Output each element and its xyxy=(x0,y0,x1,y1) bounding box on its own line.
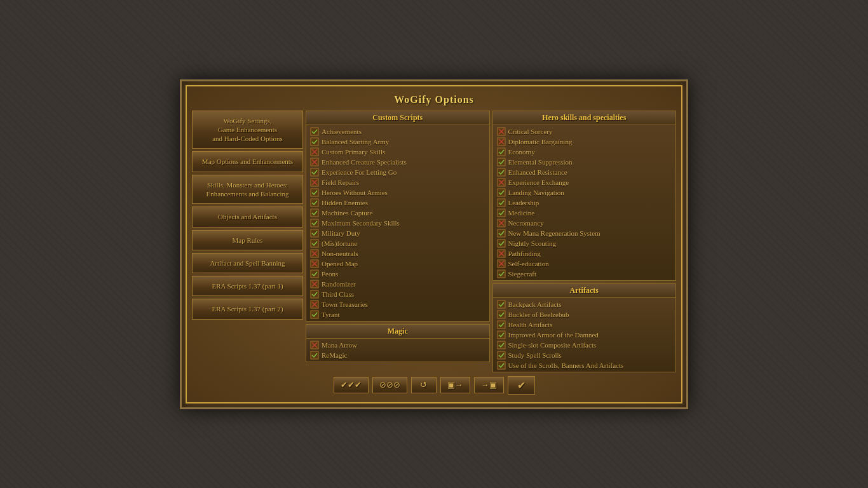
svg-rect-51 xyxy=(498,209,505,217)
svg-rect-24 xyxy=(311,270,318,278)
refresh-button[interactable]: ↺ xyxy=(411,377,437,393)
check-item[interactable]: (Mis)fortune xyxy=(309,238,487,248)
uncheck-all-button[interactable]: ⊘⊘⊘ xyxy=(372,377,407,393)
sidebar-btn-era1[interactable]: ERA Scripts 1.37 (part 1) xyxy=(192,276,303,296)
check-label: Single-slot Composite Artifacts xyxy=(508,341,597,349)
check-item[interactable]: Diplomatic Bargaining xyxy=(496,137,674,147)
checked-icon xyxy=(310,310,319,319)
check-label: Self-education xyxy=(508,260,549,268)
sidebar-btn-map-rules[interactable]: Map Rules xyxy=(192,230,303,250)
svg-rect-16 xyxy=(311,229,318,237)
crossed-icon xyxy=(310,341,319,349)
svg-rect-43 xyxy=(498,148,505,156)
checked-icon xyxy=(310,208,319,217)
check-item[interactable]: Enhanced Resistance xyxy=(496,167,674,177)
checked-icon xyxy=(310,269,319,278)
check-item[interactable]: Randomizer xyxy=(309,279,487,289)
check-label: Economy xyxy=(508,148,535,156)
check-label: Peons xyxy=(322,270,338,278)
check-item[interactable]: Study Spell Scrolls xyxy=(496,350,674,360)
check-item[interactable]: Mana Arrow xyxy=(309,340,487,350)
check-item[interactable]: Landing Navigation xyxy=(496,187,674,198)
check-label: Study Spell Scrolls xyxy=(508,351,562,359)
svg-rect-56 xyxy=(498,240,505,247)
check-item[interactable]: Hidden Enemies xyxy=(309,198,487,208)
check-item[interactable]: Improved Armor of the Damned xyxy=(496,330,674,340)
check-item[interactable]: Use of the Scrolls, Banners And Artifact… xyxy=(496,360,674,370)
check-label: Heroes Without Armies xyxy=(322,189,388,196)
check-item[interactable]: Balanced Starting Army xyxy=(309,137,487,147)
checked-icon xyxy=(310,239,319,248)
export-button[interactable]: ▣→ xyxy=(440,377,470,393)
check-item[interactable]: Experience For Letting Go xyxy=(309,167,487,177)
check-label: Improved Armor of the Damned xyxy=(508,331,599,339)
check-item[interactable]: Critical Sorcery xyxy=(496,126,674,137)
check-item[interactable]: Nightly Scouting xyxy=(496,238,674,248)
check-label: Maximum Secondary Skills xyxy=(322,219,400,227)
check-label: ReMagic xyxy=(322,351,347,359)
svg-rect-8 xyxy=(311,168,318,176)
check-item[interactable]: Elemental Suppression xyxy=(496,157,674,167)
checked-icon xyxy=(497,229,506,238)
window-title: WoGify Options xyxy=(192,92,676,111)
crossed-icon xyxy=(310,259,319,268)
svg-rect-49 xyxy=(498,189,505,196)
checked-icon xyxy=(310,127,319,136)
check-item[interactable]: Health Artifacts xyxy=(496,320,674,330)
check-item[interactable]: Achievements xyxy=(309,126,487,137)
check-item[interactable]: Opened Map xyxy=(309,259,487,269)
sidebar-btn-wogify-settings[interactable]: WoGify Settings, Game Enhancements and H… xyxy=(192,111,303,149)
svg-rect-67 xyxy=(498,331,505,339)
import-button[interactable]: →▣ xyxy=(474,377,504,393)
crossed-icon xyxy=(497,219,506,227)
check-all-button[interactable]: ✔✔✔ xyxy=(334,377,369,393)
check-item[interactable]: Siegecraft xyxy=(496,269,674,279)
check-label: Town Treasuries xyxy=(322,301,368,308)
check-item[interactable]: Tyrant xyxy=(309,309,487,320)
check-label: Pathfinding xyxy=(508,250,541,257)
check-item[interactable]: Buckler of Beelzebub xyxy=(496,309,674,320)
check-item[interactable]: Economy xyxy=(496,147,674,157)
sidebar-btn-artifact-spell[interactable]: Artifact and Spell Banning xyxy=(192,253,303,273)
check-item[interactable]: Necromancy xyxy=(496,218,674,228)
custom-scripts-items: AchievementsBalanced Starting ArmyCustom… xyxy=(306,125,489,321)
check-item[interactable]: Town Treasuries xyxy=(309,299,487,309)
check-item[interactable]: Non-neutrals xyxy=(309,248,487,259)
check-item[interactable]: Medicine xyxy=(496,208,674,218)
check-item[interactable]: Military Duty xyxy=(309,228,487,238)
check-item[interactable]: Peons xyxy=(309,269,487,279)
sidebar-btn-skills-monsters[interactable]: Skills, Monsters and Heroes: Enhancement… xyxy=(192,175,303,205)
check-label: Achievements xyxy=(322,128,362,135)
checked-icon xyxy=(310,351,319,360)
check-item[interactable]: Single-slot Composite Artifacts xyxy=(496,340,674,350)
check-item[interactable]: Heroes Without Armies xyxy=(309,187,487,198)
sidebar-btn-era2[interactable]: ERA Scripts 1.37 (part 2) xyxy=(192,299,303,319)
check-item[interactable]: Field Repairs xyxy=(309,177,487,187)
check-item[interactable]: Enhanced Creature Specialists xyxy=(309,157,487,167)
confirm-button[interactable]: ✔ xyxy=(508,376,535,395)
check-item[interactable]: Custom Primary Skills xyxy=(309,147,487,157)
crossed-icon xyxy=(497,259,506,268)
main-content: WoGify Settings, Game Enhancements and H… xyxy=(192,111,676,372)
check-item[interactable]: Self-education xyxy=(496,259,674,269)
svg-rect-12 xyxy=(311,189,318,196)
magic-section: Magic Mana ArrowReMagic xyxy=(306,324,490,362)
check-item[interactable]: Maximum Secondary Skills xyxy=(309,218,487,228)
check-item[interactable]: New Mana Regeneration System xyxy=(496,228,674,238)
custom-scripts-section: Custom Scripts AchievementsBalanced Star… xyxy=(306,111,490,322)
check-label: Military Duty xyxy=(322,229,360,237)
svg-rect-63 xyxy=(498,270,505,278)
svg-rect-14 xyxy=(311,209,318,217)
check-item[interactable]: Experience Exchange xyxy=(496,177,674,187)
checked-icon xyxy=(310,198,319,207)
check-item[interactable]: Third Class xyxy=(309,289,487,299)
checked-icon xyxy=(497,341,506,349)
check-item[interactable]: Backpack Artifacts xyxy=(496,299,674,309)
sidebar-btn-map-options[interactable]: Map Options and Enhancements xyxy=(192,151,303,172)
check-item[interactable]: ReMagic xyxy=(309,350,487,360)
check-item[interactable]: Pathfinding xyxy=(496,248,674,259)
check-label: Use of the Scrolls, Banners And Artifact… xyxy=(508,362,624,369)
check-item[interactable]: Machines Capture xyxy=(309,208,487,218)
check-item[interactable]: Leadership xyxy=(496,198,674,208)
sidebar-btn-objects-artifacts[interactable]: Objects and Artifacts xyxy=(192,207,303,227)
